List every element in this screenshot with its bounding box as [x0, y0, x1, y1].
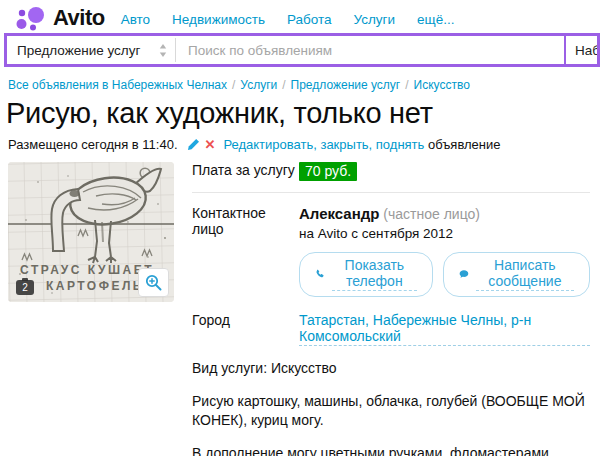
contact-type: (частное лицо): [383, 206, 480, 222]
breadcrumb: Все объявления в Набережных Челнах/Услуг…: [8, 78, 600, 92]
contact-row: Контактное лицо Александр (частное лицо)…: [192, 205, 590, 297]
magnifier-plus-icon: [145, 274, 162, 291]
city-row: Город Татарстан, Набережные Челны, р-н К…: [192, 312, 590, 346]
nav-realty[interactable]: Недвижимость: [172, 12, 265, 27]
description-paragraph: Рисую картошку, машины, облачка, голубей…: [192, 392, 590, 430]
price-label: Плата за услугу: [192, 162, 299, 178]
show-phone-button[interactable]: Показать телефон: [299, 252, 433, 297]
contact-name: Александр: [299, 205, 379, 222]
avito-logo-text: Avito: [53, 5, 105, 31]
manage-edit-close-raise-link[interactable]: Редактировать, закрыть, поднять: [223, 137, 424, 152]
nav-services[interactable]: Услуги: [354, 12, 396, 27]
breadcrumb-service-offers[interactable]: Предложение услуг: [291, 78, 401, 92]
price-row: Плата за услугу 70 руб.: [192, 162, 590, 181]
stepper-arrows-icon: [159, 44, 167, 57]
close-ad-icon[interactable]: ✕: [205, 137, 216, 152]
show-phone-label: Показать телефон: [332, 257, 417, 291]
price-badge: 70 руб.: [299, 162, 357, 181]
photo-caption-line2: КАРТОФЕЛЬ: [46, 279, 144, 293]
manage-suffix: объявление: [428, 137, 501, 152]
avito-logo[interactable]: Avito: [14, 5, 105, 32]
search-bar: Предложение услуг Наб: [4, 33, 600, 67]
photo-count-badge: 2: [16, 280, 34, 295]
breadcrumb-separator: /: [232, 78, 235, 92]
contact-info: Александр (частное лицо) на Avito с сент…: [299, 205, 590, 297]
section-divider: [192, 192, 590, 193]
main-content: СТРАУС КУШАЕТ КАРТОФЕЛЬ 2 Плата за услуг…: [8, 162, 600, 456]
category-dropdown[interactable]: Предложение услуг: [7, 36, 175, 64]
listing-meta: Размещено сегодня в 11:40. ✕ Редактирова…: [8, 137, 600, 152]
nav-auto[interactable]: Авто: [121, 12, 150, 27]
listing-photo[interactable]: СТРАУС КУШАЕТ КАРТОФЕЛЬ 2: [8, 162, 174, 302]
send-message-button[interactable]: Написать сообщение: [443, 252, 590, 297]
service-type-line: Вид услуги: Искусство: [192, 359, 590, 378]
photo-zoom-button[interactable]: [138, 268, 169, 297]
contact-name-line: Александр (частное лицо): [299, 205, 590, 222]
listing-details: Плата за услугу 70 руб. Контактное лицо …: [192, 162, 600, 456]
main-nav: Авто Недвижимость Работа Услуги ещё...: [121, 12, 455, 27]
avito-logo-mark-icon: [14, 5, 47, 32]
city-label: Город: [192, 312, 299, 328]
breadcrumb-separator: /: [282, 78, 285, 92]
page-title: Рисую, как художник, только нет: [6, 97, 600, 130]
photo-count: 2: [22, 282, 28, 293]
search-input[interactable]: [176, 36, 564, 64]
message-bubble-icon: [459, 267, 469, 281]
description-paragraph: В дополнение могу цветными ручками, флом…: [192, 444, 590, 456]
breadcrumb-art[interactable]: Искусство: [414, 78, 470, 92]
contact-buttons: Показать телефон Написать сообщение: [299, 252, 590, 297]
region-selector-label: Наб: [575, 43, 597, 58]
contact-since: на Avito с сентября 2012: [299, 226, 590, 241]
breadcrumb-all-ads[interactable]: Все объявления в Набережных Челнах: [8, 78, 227, 92]
photo-caption-line1: СТРАУС КУШАЕТ: [20, 263, 154, 277]
contact-label: Контактное лицо: [192, 205, 299, 237]
region-selector[interactable]: Наб: [564, 36, 597, 64]
send-message-label: Написать сообщение: [476, 257, 574, 291]
posted-date: Размещено сегодня в 11:40.: [8, 137, 178, 152]
category-dropdown-value: Предложение услуг: [17, 43, 140, 58]
nav-more[interactable]: ещё...: [417, 12, 454, 27]
nav-jobs[interactable]: Работа: [287, 12, 332, 27]
city-link[interactable]: Татарстан, Набережные Челны, р-н Комсомо…: [299, 312, 590, 346]
breadcrumb-separator: /: [405, 78, 408, 92]
manage-links: Редактировать, закрыть, поднять объявлен…: [223, 137, 500, 152]
phone-icon: [315, 267, 325, 281]
site-header: Avito Авто Недвижимость Работа Услуги ещ…: [0, 0, 600, 30]
edit-pencil-icon[interactable]: [187, 138, 200, 151]
breadcrumb-services[interactable]: Услуги: [240, 78, 277, 92]
